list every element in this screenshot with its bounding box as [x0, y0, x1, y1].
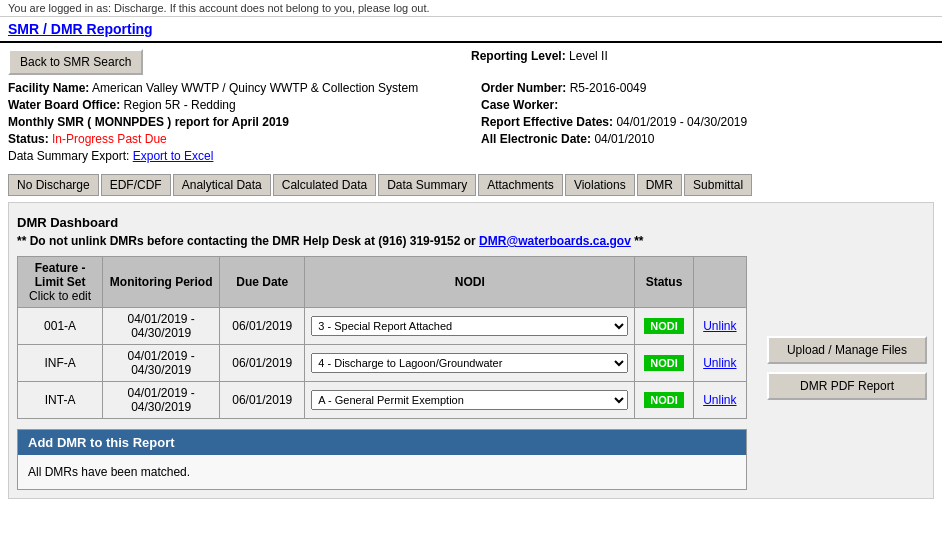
- order-label: Order Number:: [481, 81, 566, 95]
- status-badge-1: NODI: [644, 355, 684, 371]
- cell-feature-2[interactable]: INT-A: [18, 382, 103, 419]
- cell-action-2[interactable]: Unlink: [693, 382, 746, 419]
- reporting-level-value: Level II: [569, 49, 608, 63]
- dmr-table-container: Feature - Limit SetClick to edit Monitor…: [17, 256, 747, 490]
- page-title: SMR / DMR Reporting: [0, 17, 942, 43]
- cell-action-1[interactable]: Unlink: [693, 345, 746, 382]
- table-row: INT-A04/01/2019 -04/30/201906/01/20193 -…: [18, 382, 747, 419]
- dmr-dashboard: DMR Dashboard ** Do not unlink DMRs befo…: [8, 202, 934, 499]
- case-worker-label: Case Worker:: [481, 98, 558, 112]
- col-header-status: Status: [635, 257, 694, 308]
- upload-manage-files-button[interactable]: Upload / Manage Files: [767, 336, 927, 364]
- unlink-link-0[interactable]: Unlink: [703, 319, 736, 333]
- col-header-nodi: NODI: [305, 257, 635, 308]
- col-header-due: Due Date: [220, 257, 305, 308]
- cell-due-0: 06/01/2019: [220, 308, 305, 345]
- add-dmr-body: All DMRs have been matched.: [18, 455, 746, 489]
- col-header-feature: Feature - Limit SetClick to edit: [18, 257, 103, 308]
- back-to-smr-button[interactable]: Back to SMR Search: [8, 49, 143, 75]
- status-value: In-Progress Past Due: [52, 132, 167, 146]
- dmr-pdf-report-button[interactable]: DMR PDF Report: [767, 372, 927, 400]
- nodi-select-0[interactable]: 3 - Special Report Attached4 - Discharge…: [311, 316, 628, 336]
- cell-status-2: NODI: [635, 382, 694, 419]
- tab-data-summary[interactable]: Data Summary: [378, 174, 476, 196]
- table-row: 001-A04/01/2019 -04/30/201906/01/20193 -…: [18, 308, 747, 345]
- tab-dmr[interactable]: DMR: [637, 174, 682, 196]
- order-value: R5-2016-0049: [570, 81, 647, 95]
- table-row: INF-A04/01/2019 -04/30/201906/01/20193 -…: [18, 345, 747, 382]
- cell-feature-1[interactable]: INF-A: [18, 345, 103, 382]
- nodi-select-1[interactable]: 3 - Special Report Attached4 - Discharge…: [311, 353, 628, 373]
- water-board-label: Water Board Office:: [8, 98, 120, 112]
- dmr-dashboard-title: DMR Dashboard: [17, 211, 925, 234]
- unlink-link-1[interactable]: Unlink: [703, 356, 736, 370]
- effective-dates-label: Report Effective Dates:: [481, 115, 613, 129]
- tab-analytical-data[interactable]: Analytical Data: [173, 174, 271, 196]
- all-electronic-label: All Electronic Date:: [481, 132, 591, 146]
- tab-no-discharge[interactable]: No Discharge: [8, 174, 99, 196]
- facility-value: American Valley WWTP / Quincy WWTP & Col…: [92, 81, 418, 95]
- cell-nodi-1[interactable]: 3 - Special Report Attached4 - Discharge…: [305, 345, 635, 382]
- cell-status-0: NODI: [635, 308, 694, 345]
- top-notice: You are logged in as: Discharge. If this…: [0, 0, 942, 17]
- cell-nodi-2[interactable]: 3 - Special Report Attached4 - Discharge…: [305, 382, 635, 419]
- cell-action-0[interactable]: Unlink: [693, 308, 746, 345]
- nodi-select-2[interactable]: 3 - Special Report Attached4 - Discharge…: [311, 390, 628, 410]
- all-electronic-value: 04/01/2010: [594, 132, 654, 146]
- warning-text: ** Do not unlink DMRs before contacting …: [17, 234, 925, 248]
- monthly-smr-label: Monthly SMR ( MONNPDES ) report for Apri…: [8, 115, 289, 129]
- status-badge-0: NODI: [644, 318, 684, 334]
- dmr-table: Feature - Limit SetClick to edit Monitor…: [17, 256, 747, 419]
- col-header-monitoring: Monitoring Period: [103, 257, 220, 308]
- right-panel: Upload / Manage Files DMR PDF Report: [767, 336, 927, 408]
- effective-dates-value: 04/01/2019 - 04/30/2019: [616, 115, 747, 129]
- dmr-email-link[interactable]: DMR@waterboards.ca.gov: [479, 234, 631, 248]
- status-label: Status:: [8, 132, 49, 146]
- cell-monitoring-2: 04/01/2019 -04/30/2019: [103, 382, 220, 419]
- cell-nodi-0[interactable]: 3 - Special Report Attached4 - Discharge…: [305, 308, 635, 345]
- tab-edf-cdf[interactable]: EDF/CDF: [101, 174, 171, 196]
- status-badge-2: NODI: [644, 392, 684, 408]
- cell-monitoring-0: 04/01/2019 -04/30/2019: [103, 308, 220, 345]
- cell-status-1: NODI: [635, 345, 694, 382]
- col-header-action: [693, 257, 746, 308]
- facility-label: Facility Name:: [8, 81, 89, 95]
- data-summary-label: Data Summary Export:: [8, 149, 129, 163]
- add-dmr-header: Add DMR to this Report: [18, 430, 746, 455]
- tab-attachments[interactable]: Attachments: [478, 174, 563, 196]
- cell-monitoring-1: 04/01/2019 -04/30/2019: [103, 345, 220, 382]
- tab-violations[interactable]: Violations: [565, 174, 635, 196]
- add-dmr-section: Add DMR to this Report All DMRs have bee…: [17, 429, 747, 490]
- tab-calculated-data[interactable]: Calculated Data: [273, 174, 376, 196]
- reporting-level-label: Reporting Level:: [471, 49, 566, 63]
- tabs-bar: No Discharge EDF/CDF Analytical Data Cal…: [8, 174, 934, 196]
- export-to-excel-link[interactable]: Export to Excel: [133, 149, 214, 163]
- cell-due-1: 06/01/2019: [220, 345, 305, 382]
- cell-due-2: 06/01/2019: [220, 382, 305, 419]
- unlink-link-2[interactable]: Unlink: [703, 393, 736, 407]
- tab-submittal[interactable]: Submittal: [684, 174, 752, 196]
- water-board-value: Region 5R - Redding: [124, 98, 236, 112]
- add-dmr-box: Add DMR to this Report All DMRs have bee…: [17, 429, 747, 490]
- cell-feature-0[interactable]: 001-A: [18, 308, 103, 345]
